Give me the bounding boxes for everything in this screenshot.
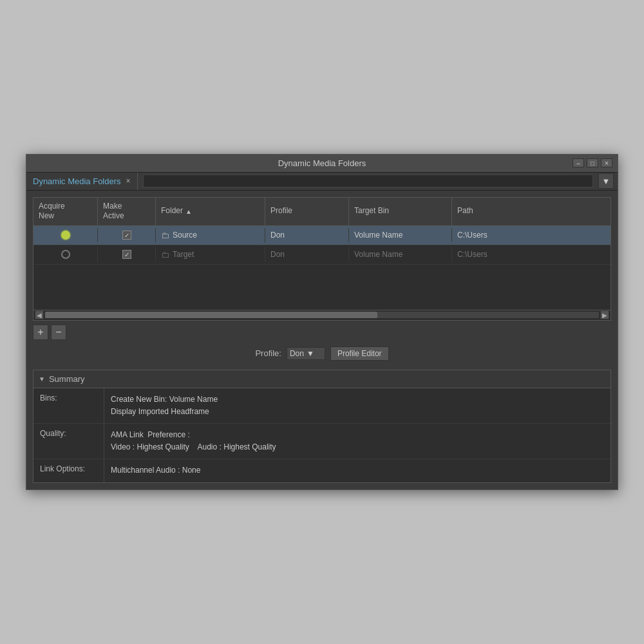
radio-inactive-2[interactable]: [61, 250, 70, 259]
td-target-bin-1: Volume Name: [349, 228, 452, 242]
th-profile: Profile: [265, 198, 349, 225]
profile-editor-button[interactable]: Profile Editor: [330, 346, 389, 361]
tab-bar: Dynamic Media Folders × ▼: [26, 173, 618, 191]
path-value-2: C:\Users: [457, 250, 488, 259]
maximize-button[interactable]: □: [587, 158, 598, 167]
remove-row-button[interactable]: −: [51, 325, 66, 340]
profile-row: Profile: Don ▼ Profile Editor: [33, 346, 611, 361]
summary-title: Summary: [49, 374, 85, 384]
th-path: Path: [452, 198, 516, 225]
scrollbar-thumb[interactable]: [45, 312, 377, 318]
td-acquire-new-2: [33, 247, 98, 261]
tab-dynamic-media-folders[interactable]: Dynamic Media Folders ×: [26, 172, 138, 190]
td-make-active-1: ✓: [98, 228, 156, 242]
td-path-1: C:\Users: [452, 228, 516, 242]
profile-value-2: Don: [270, 250, 285, 259]
add-row-button[interactable]: +: [33, 325, 48, 340]
window-controls: – □ ×: [573, 158, 612, 167]
main-window: Dynamic Media Folders – □ × Dynamic Medi…: [26, 154, 618, 491]
summary-label-bins: Bins:: [33, 388, 104, 423]
table-row[interactable]: ✓ 🗀 Target Don Volume Name C:\Users: [33, 245, 611, 265]
td-folder-1: 🗀 Source: [156, 228, 265, 243]
profile-select[interactable]: Don ▼: [287, 347, 325, 360]
table-header: AcquireNew MakeActive Folder ▲ Profile T…: [33, 198, 611, 226]
summary-value-bins: Create New Bin: Volume NameDisplay Impor…: [104, 388, 611, 423]
tab-label: Dynamic Media Folders: [33, 176, 121, 186]
td-acquire-new-1: [33, 228, 98, 242]
th-acquire-new: AcquireNew: [33, 198, 98, 225]
th-folder[interactable]: Folder ▲: [156, 198, 265, 225]
checkbox-active-1[interactable]: ✓: [122, 231, 131, 240]
summary-label-link-options: Link Options:: [33, 459, 104, 482]
th-make-active: MakeActive: [98, 198, 156, 225]
title-bar: Dynamic Media Folders – □ ×: [26, 155, 618, 173]
profile-value-1: Don: [270, 231, 285, 240]
sort-icon: ▲: [185, 207, 192, 216]
profile-select-value: Don: [290, 349, 304, 358]
tab-search-input[interactable]: [143, 175, 593, 187]
td-path-2: C:\Users: [452, 247, 516, 261]
td-make-active-2: ✓: [98, 247, 156, 261]
table-row[interactable]: ✓ 🗀 Source Don Volume Name C:\Users: [33, 226, 611, 245]
summary-row-quality: Quality: AMA Link Preference :Video : Hi…: [33, 424, 611, 459]
td-target-bin-2: Volume Name: [349, 247, 452, 261]
summary-header[interactable]: ▼ Summary: [33, 370, 611, 388]
scroll-right-button[interactable]: ▶: [600, 310, 609, 319]
summary-value-quality: AMA Link Preference :Video : Highest Qua…: [104, 424, 611, 459]
path-value-1: C:\Users: [457, 231, 488, 240]
scroll-left-button[interactable]: ◀: [35, 310, 44, 319]
folder-icon-2: 🗀: [161, 250, 169, 260]
folders-table: AcquireNew MakeActive Folder ▲ Profile T…: [33, 197, 611, 321]
profile-dropdown-arrow: ▼: [307, 349, 314, 358]
summary-row-link-options: Link Options: Multichannel Audio : None: [33, 459, 611, 482]
summary-section: ▼ Summary Bins: Create New Bin: Volume N…: [33, 370, 611, 484]
target-bin-value-1: Volume Name: [354, 231, 402, 240]
window-title: Dynamic Media Folders: [278, 158, 366, 168]
empty-table-space: [33, 265, 611, 310]
th-target-bin: Target Bin: [349, 198, 452, 225]
summary-value-link-options: Multichannel Audio : None: [104, 459, 611, 482]
radio-active-1[interactable]: [61, 231, 70, 240]
folder-icon-1: 🗀: [161, 231, 169, 240]
scrollbar-track[interactable]: [45, 312, 599, 318]
tab-dropdown-button[interactable]: ▼: [598, 173, 614, 189]
target-bin-value-2: Volume Name: [354, 250, 402, 259]
folder-name-2: Target: [173, 250, 194, 259]
horizontal-scrollbar[interactable]: ◀ ▶: [33, 310, 611, 320]
summary-table: Bins: Create New Bin: Volume NameDisplay…: [33, 388, 611, 483]
td-profile-1: Don: [265, 228, 349, 242]
td-profile-2: Don: [265, 247, 349, 261]
table-actions: + −: [33, 325, 611, 340]
checkbox-active-2[interactable]: ✓: [122, 250, 131, 259]
summary-row-bins: Bins: Create New Bin: Volume NameDisplay…: [33, 388, 611, 424]
close-button[interactable]: ×: [601, 158, 612, 167]
folder-name-1: Source: [173, 231, 197, 240]
main-content: AcquireNew MakeActive Folder ▲ Profile T…: [26, 191, 618, 490]
profile-label: Profile:: [255, 348, 281, 358]
minimize-button[interactable]: –: [573, 158, 584, 167]
tab-close-icon[interactable]: ×: [126, 176, 131, 185]
summary-label-quality: Quality:: [33, 424, 104, 459]
summary-triangle-icon: ▼: [39, 375, 45, 383]
td-folder-2: 🗀 Target: [156, 247, 265, 262]
